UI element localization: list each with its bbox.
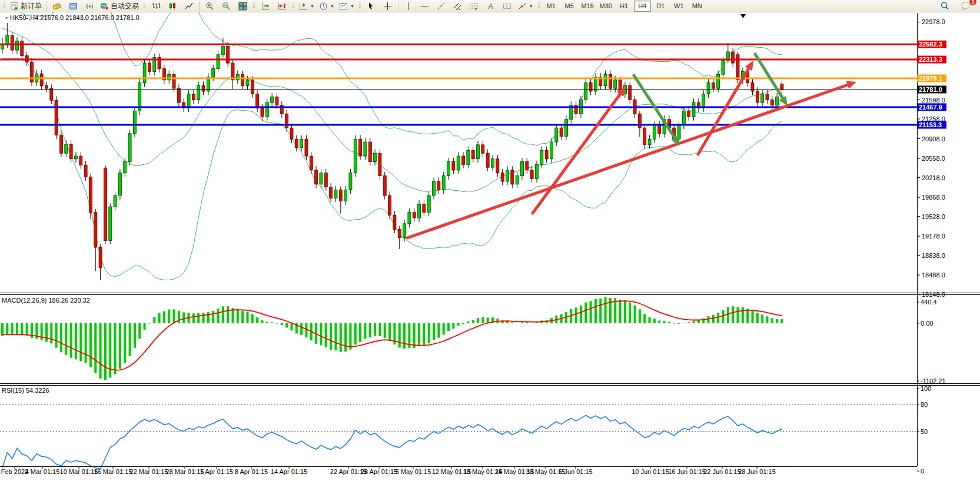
clock-icon xyxy=(319,2,328,11)
shapes-button[interactable]: ▼ xyxy=(516,0,536,12)
main-toolbar: 新订单 自动交易 ▼ ▼ ▼ E F A T xyxy=(0,0,980,12)
chevron-down-icon: ▼ xyxy=(310,4,314,8)
channel-icon: E xyxy=(453,2,462,11)
chart-shift-button[interactable] xyxy=(274,0,290,12)
periods-menu-button[interactable]: ▼ xyxy=(317,0,337,12)
zoom-out-icon xyxy=(222,2,231,11)
signals-button[interactable] xyxy=(81,0,98,12)
indicators-icon xyxy=(299,2,308,11)
svg-text:21979.1: 21979.1 xyxy=(919,75,942,82)
svg-text:21781.0: 21781.0 xyxy=(919,86,942,93)
svg-text:19178.0: 19178.0 xyxy=(922,233,945,240)
timeframe-M30[interactable]: M30 xyxy=(597,1,614,12)
templates-button[interactable]: ▼ xyxy=(337,0,357,12)
bar-chart-button[interactable] xyxy=(148,0,164,12)
data-window-button[interactable] xyxy=(65,0,81,12)
svg-text:A: A xyxy=(489,2,493,11)
svg-text:21153.3: 21153.3 xyxy=(919,121,942,128)
svg-text:22 Mar 01:15: 22 Mar 01:15 xyxy=(130,468,168,475)
svg-text:4 Mar 01:15: 4 Mar 01:15 xyxy=(25,468,60,475)
market-watch-button[interactable] xyxy=(48,0,65,12)
svg-text:1 Apr 01:15: 1 Apr 01:15 xyxy=(200,468,233,475)
chart-menu-icon: ▾ xyxy=(5,15,8,21)
svg-text:20908.0: 20908.0 xyxy=(922,135,945,142)
svg-text:20218.0: 20218.0 xyxy=(922,174,945,181)
svg-text:E: E xyxy=(459,7,461,11)
search-icon xyxy=(940,1,949,11)
market-watch-icon xyxy=(52,2,61,11)
svg-text:Feb 2022: Feb 2022 xyxy=(1,468,28,475)
channel-button[interactable]: E xyxy=(450,0,466,12)
text-icon: A xyxy=(486,2,495,11)
horizontal-line-icon xyxy=(420,2,429,11)
vertical-line-icon xyxy=(404,2,413,11)
text-label-button[interactable]: T xyxy=(499,0,516,12)
new-order-label: 新订单 xyxy=(21,1,42,11)
notification-badge: 1 xyxy=(969,0,976,5)
toolbar-separator xyxy=(398,1,398,11)
search-button[interactable] xyxy=(936,0,953,12)
svg-text:14 Apr 01:15: 14 Apr 01:15 xyxy=(271,468,307,475)
tile-windows-button[interactable] xyxy=(234,0,251,12)
crosshair-button[interactable] xyxy=(380,0,396,12)
auto-scroll-button[interactable] xyxy=(257,0,274,12)
toolbar-grip xyxy=(293,2,294,10)
new-order-button[interactable]: 新订单 xyxy=(8,0,44,12)
macd-indicator-label: MACD(12,26,9) 186.26 230.32 xyxy=(2,297,90,304)
timeframe-H1[interactable]: H1 xyxy=(616,1,633,12)
fibonacci-button[interactable]: F xyxy=(466,0,483,12)
timeframe-M15[interactable]: M15 xyxy=(579,1,596,12)
timeframe-W1[interactable]: W1 xyxy=(670,1,687,12)
timeframe-MN[interactable]: MN xyxy=(689,1,706,12)
signals-icon xyxy=(85,2,94,11)
crosshair-icon xyxy=(383,2,392,11)
trendline-button[interactable] xyxy=(433,0,450,12)
svg-text:19868.0: 19868.0 xyxy=(922,194,945,201)
svg-text:440.4: 440.4 xyxy=(921,299,937,306)
svg-text:16 Mar 01:15: 16 Mar 01:15 xyxy=(94,468,132,475)
timeframe-M5[interactable]: M5 xyxy=(561,1,578,12)
chevron-down-icon: ▼ xyxy=(330,4,334,8)
toolbar-separator xyxy=(199,1,200,11)
zoom-in-button[interactable] xyxy=(201,0,218,12)
toolbar-grip xyxy=(4,2,5,10)
autotrading-label: 自动交易 xyxy=(111,1,139,11)
svg-text:22582.3: 22582.3 xyxy=(919,41,942,48)
zoom-out-button[interactable] xyxy=(218,0,234,12)
tile-windows-icon xyxy=(238,2,247,11)
svg-text:6 Jun 01:15: 6 Jun 01:15 xyxy=(559,468,593,475)
text-button[interactable]: A xyxy=(483,0,499,12)
autotrading-icon xyxy=(100,2,109,11)
timeframe-H4[interactable]: H4 xyxy=(634,1,651,12)
data-window-icon xyxy=(69,2,78,11)
candle-chart-button[interactable] xyxy=(164,0,181,12)
chart-title: ▾ HK50-,H4 21676.0 21843.0 21676.0 21781… xyxy=(5,14,139,21)
zoom-in-icon xyxy=(205,2,214,11)
cursor-button[interactable] xyxy=(363,0,380,12)
timeframe-D1[interactable]: D1 xyxy=(652,1,669,12)
text-label-icon: T xyxy=(503,2,511,11)
toolbar-right-group: 1 xyxy=(936,0,979,12)
svg-text:5 May 01:15: 5 May 01:15 xyxy=(396,468,431,475)
line-chart-button[interactable] xyxy=(181,0,197,12)
indicators-button[interactable]: ▼ xyxy=(297,0,317,12)
svg-text:22313.3: 22313.3 xyxy=(919,56,942,63)
vertical-line-button[interactable] xyxy=(400,0,417,12)
svg-text:22978.0: 22978.0 xyxy=(922,18,945,25)
notifications-button[interactable]: 1 xyxy=(958,0,974,12)
autotrading-button[interactable]: 自动交易 xyxy=(98,0,141,12)
chart-title-text: HK50-,H4 21676.0 21843.0 21676.0 21781.0 xyxy=(10,14,139,21)
svg-text:19528.0: 19528.0 xyxy=(922,213,945,220)
templates-icon xyxy=(339,2,348,11)
chart-shift-icon xyxy=(278,2,287,11)
svg-text:0: 0 xyxy=(921,468,924,475)
svg-text:18148.0: 18148.0 xyxy=(922,291,945,298)
shift-marker-icon xyxy=(740,14,746,18)
toolbar-grip xyxy=(144,2,145,10)
toolbar-grip xyxy=(253,2,255,10)
horizontal-line-button[interactable] xyxy=(417,0,433,12)
line-chart-icon xyxy=(185,2,194,11)
chart-canvas[interactable]: 22978.021598.021258.020908.020558.020218… xyxy=(0,0,980,484)
chevron-down-icon: ▼ xyxy=(350,4,354,8)
timeframe-M1[interactable]: M1 xyxy=(543,1,560,12)
